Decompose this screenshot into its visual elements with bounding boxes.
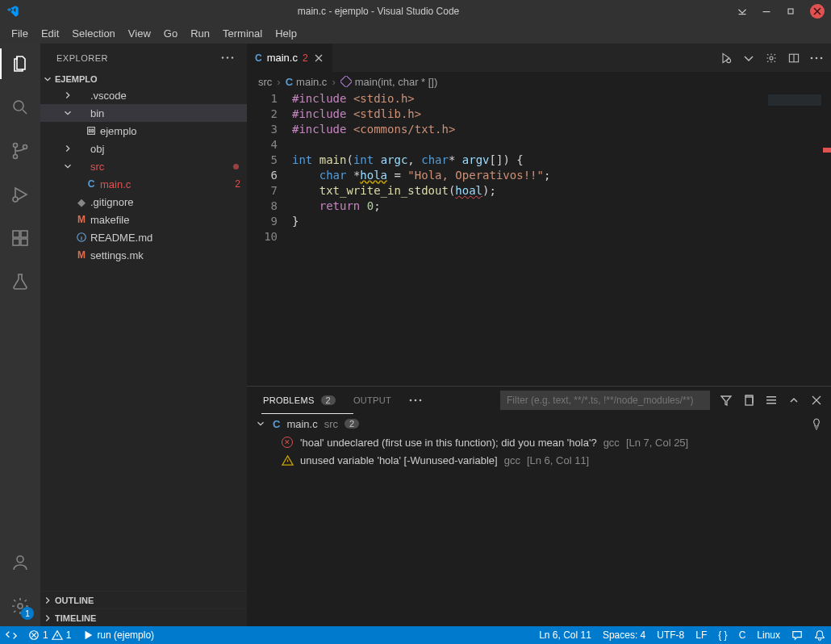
svg-rect-1 [763,11,770,12]
maximize-icon[interactable] [786,6,796,16]
activity-accounts[interactable] [0,547,40,578]
tree-item-label: ejemplo [100,125,137,137]
tree-item-badge: 2 [235,178,240,190]
code-line[interactable]: return 0; [292,199,766,214]
tab-close-icon[interactable] [313,52,324,64]
svg-rect-30 [766,396,776,398]
tree-folder-bin[interactable]: bin [40,104,247,122]
chevron-down-icon[interactable] [742,52,755,65]
explorer-root-header[interactable]: EJEMPLO [40,72,247,86]
breadcrumbs[interactable]: src › C main.c › main(int, char * []) [247,72,831,91]
menu-item-file[interactable]: File [5,25,35,42]
menu-item-view[interactable]: View [122,25,157,42]
list-tree-icon[interactable] [765,394,778,407]
activity-source-control[interactable] [0,136,40,166]
svg-point-14 [222,56,223,58]
status-problems[interactable]: 1 1 [23,629,77,641]
status-cursor-pos[interactable]: Ln 6, Col 11 [533,629,597,641]
panel-close-icon[interactable] [810,394,823,407]
tree-folder-src[interactable]: src [40,157,247,175]
svg-point-24 [821,56,823,59]
lightbulb-icon[interactable] [810,417,823,430]
code-line[interactable]: txt_write_in_stdout(hoal); [292,183,766,199]
sidebar-section-timeline[interactable]: TIMELINE [40,608,247,626]
tree-file-ejemplo[interactable]: ejemplo [40,122,247,140]
activity-run-debug[interactable] [0,179,40,210]
chevron-up-icon[interactable] [787,394,800,407]
panel-more-button[interactable] [409,399,422,402]
status-run-task[interactable]: run (ejemplo) [77,629,160,641]
tree-item-label: .gitignore [90,196,133,208]
close-window-button[interactable] [810,4,825,19]
panel-tab-output[interactable]: OUTPUT [353,391,391,410]
activity-testing[interactable] [0,266,40,297]
tree-folder--vscode[interactable]: .vscode [40,86,247,104]
svg-rect-32 [766,403,776,404]
status-os[interactable]: Linux [751,629,786,641]
editor-more-button[interactable] [810,52,823,65]
tree-file-makefile[interactable]: Mmakefile [40,211,247,228]
tree-file-main-c[interactable]: Cmain.c2 [40,175,247,193]
minimap[interactable] [766,91,831,386]
split-editor-button[interactable] [787,52,800,65]
code-line[interactable] [292,229,766,245]
code-line[interactable]: #include <stdlib.h> [292,107,766,122]
menu-item-help[interactable]: Help [269,25,303,42]
minimize-icon[interactable] [762,6,771,16]
bell-icon [814,629,825,641]
tree-file--gitignore[interactable]: ◆.gitignore [40,193,247,211]
menu-item-go[interactable]: Go [157,25,184,42]
menu-item-edit[interactable]: Edit [35,25,65,42]
chevron-down-icon [255,418,266,429]
sidebar-more-button[interactable] [221,56,234,59]
code-line[interactable] [292,137,766,153]
svg-rect-10 [21,239,27,245]
code-line[interactable]: char *hola = "Hola, Operativos!!"; [292,168,766,183]
code-line[interactable]: } [292,214,766,229]
status-remote[interactable] [0,629,23,641]
status-feedback[interactable] [786,629,808,641]
tree-item-label: src [90,161,104,173]
code-line[interactable]: int main(int argc, char* argv[]) { [292,153,766,168]
svg-rect-11 [21,231,27,237]
tree-folder-obj[interactable]: obj [40,140,247,157]
menu-down-icon[interactable] [737,6,747,16]
problems-filter-input[interactable] [500,391,710,410]
c-file-icon: C [255,52,262,64]
tree-file-readme-md[interactable]: README.md [40,228,247,246]
run-configure-button[interactable] [720,52,733,65]
editor-tab-main-c[interactable]: C main.c 2 [247,44,333,72]
menu-item-run[interactable]: Run [184,25,216,42]
status-eol[interactable]: LF [690,629,712,641]
activity-settings[interactable]: 1 [0,591,40,621]
code-line[interactable]: #include <commons/txt.h> [292,122,766,137]
svg-point-22 [811,56,813,59]
tree-file-settings-mk[interactable]: Msettings.mk [40,246,247,264]
copy-icon[interactable] [742,394,755,407]
sidebar-section-outline[interactable]: OUTLINE [40,591,247,608]
status-bar: 1 1 run (ejemplo) Ln 6, Col 11 Spaces: 4… [0,626,831,644]
title-bar: main.c - ejemplo - Visual Studio Code [0,0,831,23]
panel-tab-problems[interactable]: PROBLEMS2 [263,391,336,410]
activity-extensions[interactable] [0,223,40,253]
status-encoding[interactable]: UTF-8 [651,629,690,641]
menu-item-terminal[interactable]: Terminal [216,25,269,42]
problems-file-row[interactable]: C main.c src 2 [247,414,831,433]
problem-row[interactable]: unused variable 'hola' [-Wunused-variabl… [247,451,831,469]
activity-explorer[interactable] [0,48,40,79]
status-bell[interactable] [808,629,831,641]
editor-settings-button[interactable] [765,52,778,65]
problems-file-count: 2 [345,419,359,429]
settings-badge: 1 [21,607,34,620]
problem-row[interactable]: ✕'hoal' undeclared (first use in this fu… [247,433,831,451]
status-lang-icon[interactable]: { } [712,629,733,641]
twisty-icon [61,143,74,154]
filter-icon[interactable] [720,394,733,407]
status-language[interactable]: C [733,629,752,641]
menu-item-selection[interactable]: Selection [65,25,121,42]
code-line[interactable]: #include <stdio.h> [292,91,766,107]
status-indent[interactable]: Spaces: 4 [597,629,651,641]
chevron-right-icon: › [332,76,335,88]
code-editor[interactable]: 12345678910 #include <stdio.h>#include <… [247,91,831,386]
activity-search[interactable] [0,92,40,123]
